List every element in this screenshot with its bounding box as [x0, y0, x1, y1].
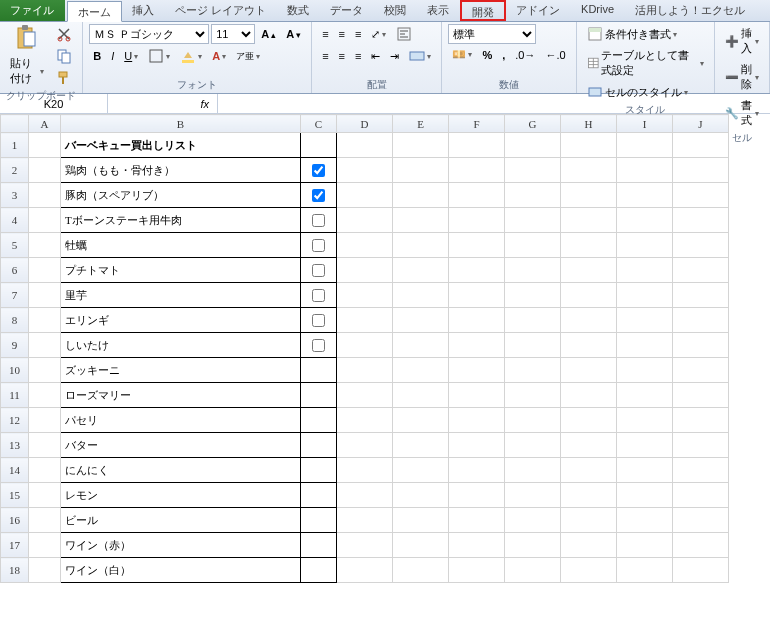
tab-view[interactable]: 表示 [417, 0, 460, 21]
grow-font-button[interactable]: A▴ [257, 26, 280, 42]
cell[interactable] [561, 308, 617, 333]
cell[interactable] [617, 508, 673, 533]
bold-button[interactable]: B [89, 48, 105, 64]
cell[interactable] [393, 408, 449, 433]
cell[interactable] [29, 383, 61, 408]
column-header[interactable]: A [29, 115, 61, 133]
increase-indent-button[interactable]: ⇥ [386, 48, 403, 65]
checkbox-cell[interactable] [301, 208, 337, 233]
cell[interactable] [337, 133, 393, 158]
list-item-cell[interactable]: Tボーンステーキ用牛肉 [61, 208, 301, 233]
cell[interactable] [617, 183, 673, 208]
cell[interactable] [505, 283, 561, 308]
cell[interactable] [505, 308, 561, 333]
cell[interactable] [561, 533, 617, 558]
format-painter-button[interactable] [52, 68, 76, 88]
cell[interactable] [561, 358, 617, 383]
checkbox-cell[interactable] [301, 183, 337, 208]
cell[interactable] [393, 208, 449, 233]
cell[interactable] [561, 433, 617, 458]
cell[interactable] [673, 433, 729, 458]
align-top-button[interactable]: ≡ [318, 26, 332, 42]
align-middle-button[interactable]: ≡ [335, 26, 349, 42]
column-header[interactable]: H [561, 115, 617, 133]
list-checkbox[interactable] [312, 264, 325, 277]
tab-kdrive[interactable]: KDrive [571, 0, 625, 21]
cell[interactable] [673, 383, 729, 408]
cell[interactable] [449, 283, 505, 308]
cell[interactable] [29, 408, 61, 433]
cell[interactable] [617, 158, 673, 183]
title-cell[interactable]: バーベキュー買出しリスト [61, 133, 301, 158]
cell[interactable] [301, 508, 337, 533]
copy-button[interactable] [52, 46, 76, 66]
list-item-cell[interactable]: ローズマリー [61, 383, 301, 408]
cell[interactable] [449, 433, 505, 458]
insert-cells-button[interactable]: ➕挿入▾ [721, 24, 763, 58]
cell[interactable] [561, 258, 617, 283]
cell[interactable] [29, 458, 61, 483]
cell[interactable] [617, 458, 673, 483]
cell[interactable] [617, 558, 673, 583]
cell[interactable] [29, 208, 61, 233]
list-item-cell[interactable]: ワイン（白） [61, 558, 301, 583]
font-size-combo[interactable]: 11 [211, 24, 255, 44]
row-header[interactable]: 8 [1, 308, 29, 333]
list-checkbox[interactable] [312, 189, 325, 202]
cell[interactable] [673, 558, 729, 583]
cell[interactable] [29, 433, 61, 458]
cell[interactable] [449, 408, 505, 433]
row-header[interactable]: 10 [1, 358, 29, 383]
cell[interactable] [449, 208, 505, 233]
formula-input[interactable] [218, 94, 770, 113]
cell[interactable] [505, 258, 561, 283]
cell[interactable] [673, 258, 729, 283]
cell[interactable] [673, 233, 729, 258]
cell[interactable] [617, 358, 673, 383]
font-color-button[interactable]: A▾ [208, 48, 230, 64]
cell[interactable] [505, 533, 561, 558]
paste-button[interactable]: 貼り付け▾ [6, 54, 48, 88]
cell[interactable] [561, 208, 617, 233]
cell[interactable] [449, 158, 505, 183]
cell[interactable] [29, 233, 61, 258]
cell[interactable] [337, 308, 393, 333]
cell[interactable] [29, 558, 61, 583]
cell[interactable] [673, 283, 729, 308]
cell[interactable] [301, 408, 337, 433]
orientation-button[interactable]: ⤢▾ [367, 26, 390, 43]
list-item-cell[interactable]: 鶏肉（もも・骨付き） [61, 158, 301, 183]
cell[interactable] [337, 558, 393, 583]
cell[interactable] [505, 208, 561, 233]
cell[interactable] [337, 408, 393, 433]
cell[interactable] [393, 333, 449, 358]
cell[interactable] [449, 508, 505, 533]
merge-button[interactable]: ▾ [405, 46, 435, 66]
cell[interactable] [561, 508, 617, 533]
spreadsheet-grid[interactable]: ABCDEFGHIJ 1バーベキュー買出しリスト2鶏肉（もも・骨付き）3豚肉（ス… [0, 114, 770, 620]
cell[interactable] [449, 533, 505, 558]
cell[interactable] [29, 308, 61, 333]
format-table-button[interactable]: テーブルとして書式設定▾ [583, 46, 708, 80]
column-header[interactable]: C [301, 115, 337, 133]
list-item-cell[interactable]: プチトマト [61, 258, 301, 283]
cell[interactable] [337, 208, 393, 233]
cell[interactable] [617, 283, 673, 308]
cell[interactable] [29, 483, 61, 508]
cell[interactable] [561, 158, 617, 183]
cell[interactable] [393, 533, 449, 558]
cell[interactable] [29, 183, 61, 208]
cell[interactable] [449, 233, 505, 258]
cell[interactable] [337, 233, 393, 258]
align-bottom-button[interactable]: ≡ [351, 26, 365, 42]
list-checkbox[interactable] [312, 239, 325, 252]
cell[interactable] [393, 458, 449, 483]
cell[interactable] [673, 508, 729, 533]
row-header[interactable]: 5 [1, 233, 29, 258]
cell[interactable] [29, 283, 61, 308]
cell[interactable] [561, 558, 617, 583]
cell[interactable] [561, 383, 617, 408]
cell[interactable] [673, 208, 729, 233]
decrease-indent-button[interactable]: ⇤ [367, 48, 384, 65]
cell[interactable] [449, 333, 505, 358]
